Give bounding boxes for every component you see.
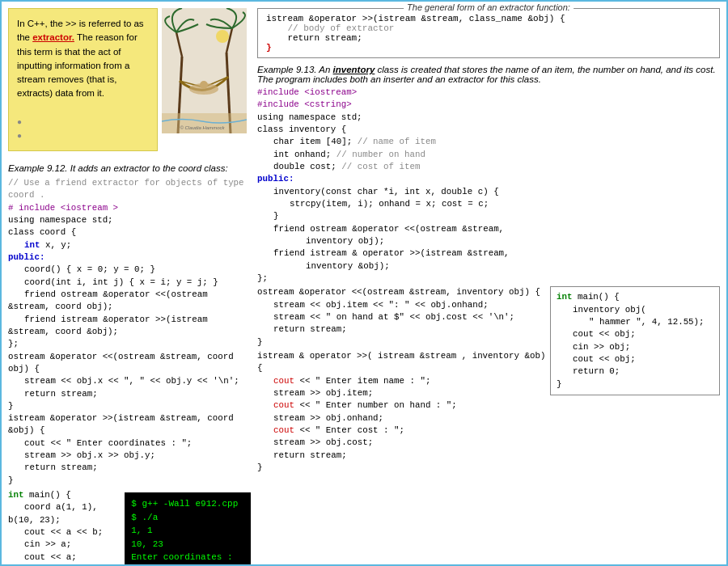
- content-area: In C++, the >> is referred to as the ext…: [2, 2, 726, 566]
- main-left-code: int main() { coord a(1, 1), b(10, 23); c…: [8, 489, 120, 566]
- strcpy-line: strcpy(item, i); onhand = x; cost = c;: [290, 199, 489, 209]
- left-bottom-area: int main() { coord a(1, 1), b(10, 23); c…: [8, 489, 251, 566]
- istream-inv-def: istream & operator >>( istream &stream ,…: [257, 350, 547, 474]
- stream-onhand: stream >> obj.onhand;: [273, 413, 383, 423]
- ostream-inv-close: }: [257, 337, 262, 347]
- terminal-box: $ g++ -Wall e912.cpp $ ./a 1, 1 10, 23 E…: [125, 492, 251, 566]
- return-0-inv: return 0;: [573, 366, 620, 376]
- example-912-section: Example 9.12. It adds an extractor to th…: [8, 162, 251, 566]
- cout-ab: cout << a << b;: [24, 527, 103, 537]
- stream-cost2: stream >> obj.cost;: [273, 437, 373, 447]
- double-cost: double cost; // cost of item: [273, 162, 420, 171]
- int-xy: int x, y;: [24, 240, 71, 250]
- int-onhand: int onhand; // number on hand: [273, 150, 425, 159]
- using-ns1: using namespace std;: [8, 215, 113, 225]
- istream-close1: }: [8, 475, 13, 485]
- main-container: In C++, the >> is referred to as the ext…: [2, 2, 726, 564]
- istream-inv-close: }: [257, 463, 262, 472]
- cout-enter-cost: cout << " Enter cost : ";: [273, 425, 404, 435]
- cout-enter-coord: cout << " Enter coordinates : ";: [24, 438, 192, 448]
- constructor-close: }: [273, 211, 278, 221]
- sticky-text2: The reason for this term is that the act…: [17, 32, 138, 98]
- return-stream1: return stream;: [24, 389, 98, 399]
- coord-param: coord(int i, int j) { x = i; y = j; }: [24, 277, 218, 287]
- friend-istream1: friend istream &operator >>(istream &str…: [8, 315, 208, 336]
- sticky-note: In C++, the >> is referred to as the ext…: [8, 8, 158, 151]
- example-913-code: #include <iostream> #include <cstring> u…: [257, 87, 720, 285]
- example-913-label: Example 9.13.: [257, 65, 317, 74]
- example-913-section: Example 9.13. An inventory class is crea…: [257, 65, 720, 474]
- return-stream4: return stream;: [273, 450, 347, 460]
- extractor-code: istream &operator >>(istream &stream, cl…: [266, 14, 711, 53]
- friend-ostream2b: inventory obj);: [306, 236, 384, 246]
- ostream-close1: }: [8, 401, 13, 411]
- friend-ostream1: friend ostream &operator <<(ostream &str…: [8, 289, 208, 311]
- extractor-box-title: The general form of an extractor functio…: [404, 2, 574, 12]
- cout-obj2: cout << obj;: [573, 354, 636, 364]
- cin-a: cin >> a;: [24, 539, 71, 549]
- istream-def1: istream &operator >>(istream &stream, co…: [8, 413, 234, 435]
- example-913-heading: Example 9.13. An inventory class is crea…: [257, 65, 720, 84]
- hammock-svg: © Claudia Hammock: [162, 8, 247, 133]
- example-913-text1: An inventory class is created that store…: [257, 65, 716, 84]
- ostream-def1: ostream &operator <<(ostream &stream, co…: [8, 352, 234, 374]
- stream-cost: stream << " on hand at $" << obj.cost <<…: [273, 312, 514, 322]
- friend-istream2: friend istream & operator >>(istream &st…: [273, 248, 510, 258]
- include-dir1: # include <iostream >: [8, 203, 118, 213]
- cout-obj: cout << obj;: [573, 329, 636, 339]
- svg-point-10: [216, 30, 229, 43]
- extractor-box: The general form of an extractor functio…: [257, 8, 720, 58]
- stream-obj-xy: stream >> obj.x >> obj.y;: [24, 450, 155, 460]
- friend-istream2b: inventory &obj);: [306, 261, 390, 271]
- stream-item: stream << obj.item << ": " << obj.onhand…: [273, 300, 489, 310]
- include-cstring: #include <cstring>: [257, 99, 352, 109]
- inv-obj-params: " hammer ", 4, 12.55);: [589, 317, 705, 327]
- ostream-inv-def: ostream &operator <<(ostream &stream, in…: [257, 286, 547, 348]
- int-main-left: int main() {: [8, 490, 71, 500]
- cout-enter-num: cout << " Enter number on hand : ";: [273, 400, 457, 410]
- svg-text:© Claudia Hammock: © Claudia Hammock: [180, 125, 225, 130]
- return-stream2: return stream;: [24, 463, 98, 472]
- 913-left-lower: ostream &operator <<(ostream &stream, in…: [257, 286, 547, 474]
- left-column: In C++, the >> is referred to as the ext…: [8, 8, 251, 566]
- example-912-code: // Use a friend extractor for objects of…: [8, 177, 251, 487]
- hammock-image: © Claudia Hammock: [162, 8, 247, 133]
- char-item: char item [40]; // name of item: [273, 137, 436, 146]
- 913-lower: ostream &operator <<(ostream &stream, in…: [257, 286, 720, 474]
- using-ns2: using namespace std;: [257, 112, 362, 122]
- int-main-inv: int main() {: [557, 292, 620, 302]
- public2: public:: [257, 174, 294, 184]
- example-912-heading: Example 9.12. It adds an extractor to th…: [8, 162, 251, 175]
- public1: public:: [8, 252, 44, 262]
- terminal-line4: 10, 23: [131, 538, 244, 551]
- stream-item2: stream >> obj.item;: [273, 388, 373, 398]
- stream-xy: stream << obj.x << ", " << obj.y << '\n'…: [24, 376, 239, 386]
- terminal-line1: $ g++ -Wall e912.cpp: [131, 497, 244, 511]
- 913-right-lower: int main() { inventory obj( " hammer ", …: [550, 286, 720, 474]
- main-inv-close: }: [557, 379, 561, 389]
- friend-ostream2: friend ostream &operator <<(ostream &str…: [273, 224, 504, 234]
- ostream-inv-head: ostream &operator <<(ostream &stream, in…: [257, 287, 540, 297]
- inv-constructor: inventory(const char *i, int x, double c…: [273, 187, 499, 196]
- example-912-label: Example 9.12. It adds an extractor to th…: [8, 163, 228, 173]
- svg-point-8: [200, 81, 208, 89]
- return-stream3: return stream;: [273, 324, 347, 334]
- istream-inv-head: istream & operator >>( istream &stream ,…: [257, 351, 545, 373]
- coord-default: coord() { x = 0; y = 0; }: [24, 264, 155, 274]
- cout-enter-item: cout << " Enter item name : ";: [273, 376, 430, 386]
- terminal-line2: $ ./a: [131, 511, 244, 525]
- class-inventory: class inventory {: [257, 125, 346, 134]
- sticky-extractor: extractor.: [32, 32, 74, 42]
- cin-obj: cin >> obj;: [573, 342, 630, 352]
- class-inv-close: };: [257, 273, 268, 283]
- top-section: In C++, the >> is referred to as the ext…: [8, 8, 251, 155]
- cout-a: cout << a;: [24, 552, 77, 562]
- coord-ab: coord a(1, 1), b(10, 23);: [8, 502, 98, 524]
- class-coord: class coord {: [8, 227, 76, 237]
- coord-comment: // Use a friend extractor for objects of…: [8, 178, 244, 200]
- include-iostream: #include <iostream>: [257, 87, 357, 97]
- main-inv-code: int main() { inventory obj( " hammer ", …: [557, 291, 713, 391]
- class-close1: };: [8, 339, 19, 348]
- inv-obj: inventory obj(: [573, 305, 646, 315]
- svg-rect-9: [162, 113, 247, 133]
